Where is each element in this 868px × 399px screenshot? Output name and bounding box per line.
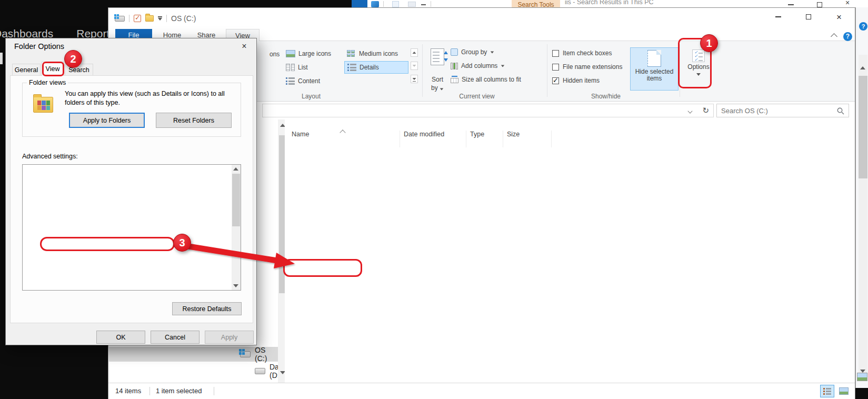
advanced-settings-list — [22, 164, 241, 291]
bg-close-button[interactable]: × — [845, 0, 850, 7]
nav-drive-item[interactable]: Data (D:) — [109, 364, 278, 378]
layout-content[interactable]: Content — [283, 75, 323, 87]
cancel-button[interactable]: Cancel — [151, 331, 199, 344]
item-check-boxes-checkbox[interactable] — [552, 50, 559, 57]
current-view-group-label: Current view — [430, 93, 524, 100]
hide-selected-items-button[interactable]: Hide selected items — [630, 47, 679, 91]
window-title: OS (C:) — [171, 14, 196, 23]
details-view-button[interactable] — [820, 385, 834, 397]
properties-icon — [392, 1, 399, 7]
this-pc-icon — [371, 1, 379, 7]
group-by-button[interactable]: Group by — [451, 48, 494, 56]
search-box[interactable] — [716, 104, 849, 117]
column-name[interactable]: Name — [292, 131, 309, 138]
bg-scrollbar[interactable] — [859, 55, 867, 379]
size-columns-button[interactable]: Size all columns to fit — [451, 76, 521, 83]
bg-minimize-button[interactable] — [788, 4, 794, 5]
drive-icon — [255, 368, 265, 374]
quick-access-toolbar: OS (C:) — [115, 13, 196, 24]
item-check-boxes-option[interactable]: Item check boxes — [552, 49, 612, 57]
restore-defaults-button[interactable]: Restore Defaults — [172, 302, 242, 315]
folder-views-description: You can apply this view (such as Details… — [65, 90, 225, 97]
sort-by-button[interactable]: Sort — [426, 76, 449, 83]
options-icon: ✓✓✓ — [692, 49, 705, 62]
bg-scrollbar-thumb[interactable] — [859, 76, 867, 178]
background-app-fragment — [0, 53, 3, 64]
large-icons-view-button[interactable] — [836, 385, 851, 397]
screen: Dashboards Reports Search Tools iis - Se… — [0, 0, 868, 399]
layout-medium-icons[interactable]: Medium icons — [344, 47, 401, 60]
gallery-more-button[interactable] — [411, 75, 418, 83]
advanced-settings-label: Advanced settings: — [22, 153, 78, 160]
reset-folders-button[interactable]: Reset Folders — [156, 113, 232, 128]
list-icon — [286, 64, 295, 71]
column-type[interactable]: Type — [470, 131, 484, 138]
details-icon — [347, 64, 356, 71]
folder-views-icon — [33, 97, 53, 113]
layout-list[interactable]: List — [283, 61, 311, 74]
new-folder-icon — [408, 2, 416, 7]
search-icon — [837, 107, 844, 115]
nav-drive-item[interactable]: OS (C:) — [109, 347, 278, 362]
selection-count: 1 item selected — [156, 387, 202, 395]
address-dropdown-icon[interactable] — [687, 108, 692, 113]
options-button[interactable]: ✓✓✓ Options — [683, 47, 714, 91]
annotation-badge-1: 1 — [700, 34, 718, 52]
gallery-scroll-down[interactable] — [411, 62, 418, 70]
annotation-badge-2: 2 — [64, 50, 82, 68]
dialog-view-page: Folder views You can apply this view (su… — [10, 75, 253, 323]
scroll-down-icon[interactable] — [233, 284, 238, 287]
qat-customize-icon[interactable] — [158, 16, 162, 21]
hide-selected-items-icon — [647, 50, 661, 67]
properties-qat-icon[interactable] — [134, 15, 141, 22]
show-hide-group-label: Show/hide — [558, 93, 653, 100]
minimize-button[interactable] — [769, 10, 787, 24]
annotation-badge-3: 3 — [173, 234, 191, 252]
dialog-tab-general[interactable]: General — [12, 64, 41, 76]
content-icon — [286, 77, 295, 85]
settings-scrollbar[interactable] — [232, 165, 241, 290]
layout-large-icons[interactable]: Large icons — [283, 47, 334, 60]
refresh-icon[interactable]: ↻ — [702, 106, 709, 115]
ok-button[interactable]: OK — [96, 331, 145, 344]
bg-black-corner — [855, 388, 868, 399]
maximize-button[interactable] — [799, 10, 818, 24]
new-folder-qat-icon[interactable] — [145, 15, 154, 22]
folder-views-groupbox: Folder views You can apply this view (su… — [22, 83, 241, 137]
scroll-up-icon[interactable] — [860, 66, 865, 69]
settings-scrollbar-thumb[interactable] — [232, 174, 240, 226]
address-bar[interactable]: ↻ — [262, 104, 714, 117]
search-tools-tab[interactable]: Search Tools — [512, 0, 560, 7]
bg-maximize-button[interactable] — [817, 2, 822, 7]
search-input[interactable] — [721, 105, 826, 116]
bg-help-icon[interactable]: ? — [859, 22, 867, 31]
thumbnail-view-icon — [839, 387, 849, 395]
layout-details-selected[interactable]: Details — [344, 61, 408, 74]
column-size[interactable]: Size — [507, 131, 520, 138]
gallery-scroll-up[interactable] — [411, 48, 418, 57]
bg-thumbnail-button-fragment — [857, 373, 867, 381]
column-date-modified[interactable]: Date modified — [404, 131, 444, 138]
dialog-tab-view[interactable]: View — [42, 62, 64, 76]
dialog-close-icon[interactable]: × — [236, 41, 252, 52]
file-name-extensions-option[interactable]: File name extensions — [552, 63, 622, 71]
sort-ascending-icon — [340, 129, 345, 135]
add-columns-button[interactable]: Add columns — [451, 62, 505, 69]
apply-to-folders-button[interactable]: Apply to Folders — [69, 113, 145, 128]
apply-button[interactable]: Apply — [205, 331, 254, 344]
options-caret-icon — [696, 73, 701, 76]
file-list: Name Date modified Type Size — [285, 119, 648, 383]
layout-group-label: Layout — [266, 93, 356, 100]
drive-label: OS (C:) — [255, 346, 278, 363]
background-window-right-edge: ? — [855, 7, 868, 399]
file-name-extensions-checkbox[interactable] — [552, 64, 559, 71]
status-bar: 14 items 1 item selected — [108, 383, 855, 399]
folder-views-label: Folder views — [27, 79, 68, 86]
dialog-title: Folder Options — [14, 42, 64, 51]
hidden-items-option[interactable]: Hidden items — [552, 77, 600, 84]
close-button[interactable]: × — [830, 10, 849, 24]
scroll-up-icon[interactable] — [233, 167, 238, 171]
help-icon[interactable]: ? — [843, 32, 852, 41]
hidden-items-checkbox[interactable] — [552, 77, 559, 84]
layout-cut-item-fragment[interactable]: ons — [270, 51, 280, 58]
